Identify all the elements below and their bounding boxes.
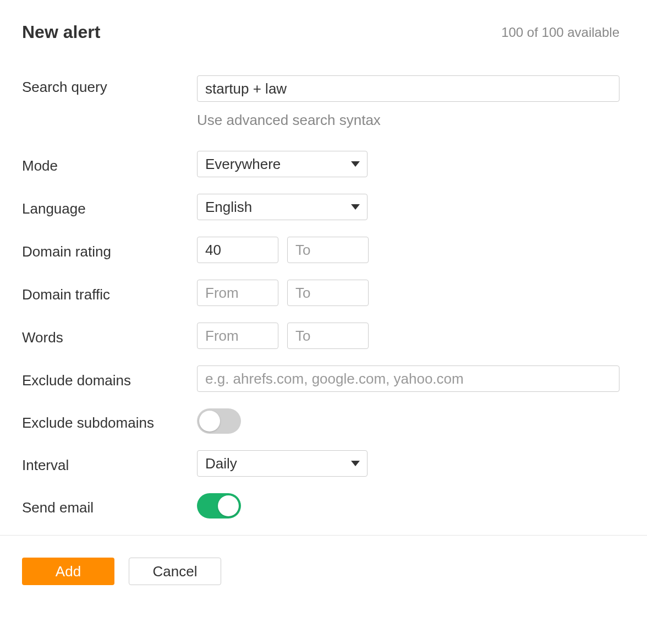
domain-traffic-label: Domain traffic xyxy=(22,283,197,303)
exclude-domains-label: Exclude domains xyxy=(22,369,197,389)
footer: Add Cancel xyxy=(0,535,647,607)
toggle-knob xyxy=(218,495,239,516)
interval-label: Interval xyxy=(22,454,197,474)
domain-traffic-to-input[interactable] xyxy=(287,280,369,306)
interval-select[interactable]: Daily xyxy=(197,450,368,477)
exclude-subdomains-label: Exclude subdomains xyxy=(22,411,197,432)
exclude-domains-input[interactable] xyxy=(197,365,619,392)
mode-label: Mode xyxy=(22,154,197,174)
domain-rating-label: Domain rating xyxy=(22,240,197,260)
cancel-button[interactable]: Cancel xyxy=(129,558,221,585)
mode-select[interactable]: Everywhere xyxy=(197,151,368,177)
language-select[interactable]: English xyxy=(197,194,368,220)
words-label: Words xyxy=(22,326,197,346)
send-email-label: Send email xyxy=(22,496,197,516)
advanced-syntax-link[interactable]: Use advanced search syntax xyxy=(197,112,381,129)
available-count: 100 of 100 available xyxy=(501,25,619,40)
add-button[interactable]: Add xyxy=(22,558,114,585)
language-label: Language xyxy=(22,197,197,217)
toggle-knob xyxy=(199,411,220,432)
header: New alert 100 of 100 available xyxy=(22,22,619,42)
search-query-input[interactable] xyxy=(197,75,619,102)
domain-rating-from-input[interactable] xyxy=(197,237,278,263)
words-from-input[interactable] xyxy=(197,323,278,349)
search-query-label: Search query xyxy=(22,75,197,96)
send-email-toggle[interactable] xyxy=(197,493,241,519)
domain-rating-to-input[interactable] xyxy=(287,237,369,263)
words-to-input[interactable] xyxy=(287,323,369,349)
exclude-subdomains-toggle[interactable] xyxy=(197,408,241,434)
page-title: New alert xyxy=(22,22,100,42)
domain-traffic-from-input[interactable] xyxy=(197,280,278,306)
